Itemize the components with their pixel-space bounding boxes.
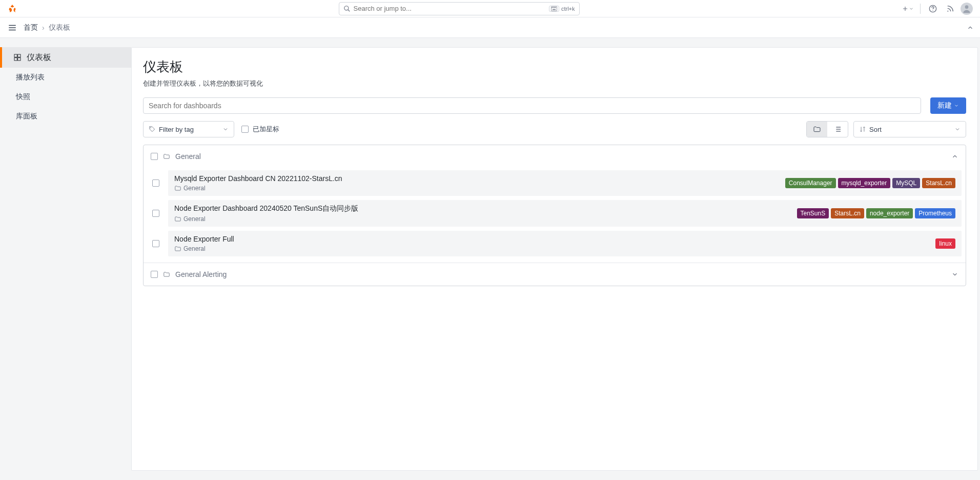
page-title: 仪表板 xyxy=(143,58,966,76)
view-folders-button[interactable] xyxy=(807,122,827,137)
tag[interactable]: mysqld_exporter xyxy=(838,178,891,188)
dashboard-icon xyxy=(13,53,22,62)
grafana-logo-icon[interactable] xyxy=(7,4,17,14)
sort-select[interactable]: Sort xyxy=(853,121,966,137)
dashboard-card[interactable]: Node Exporter Dashboard 20240520 TenSunS… xyxy=(168,200,962,227)
breadcrumb-bar: 首页 › 仪表板 xyxy=(0,17,980,38)
svg-point-11 xyxy=(965,5,969,9)
sidebar-item-snapshots[interactable]: 快照 xyxy=(0,87,131,107)
tag-list: linux xyxy=(935,238,955,249)
sort-icon xyxy=(859,126,866,133)
checkbox[interactable] xyxy=(152,240,159,247)
sidebar-item-playlists[interactable]: 播放列表 xyxy=(0,68,131,87)
global-search-input[interactable] xyxy=(354,5,546,12)
svg-rect-15 xyxy=(18,58,21,61)
tag[interactable]: ConsulManager xyxy=(785,178,836,188)
sidebar-item-label: 快照 xyxy=(16,92,30,102)
dashboard-row: Node Exporter Dashboard 20240520 TenSunS… xyxy=(148,198,962,229)
dashboard-folder: General xyxy=(174,245,931,252)
chevron-down-icon xyxy=(951,271,958,278)
chevron-down-icon xyxy=(909,6,914,11)
user-avatar[interactable] xyxy=(961,3,973,15)
dashboard-list: Mysqld Exporter Dashboard CN 20221102-St… xyxy=(144,168,966,263)
sidebar-item-dashboards[interactable]: 仪表板 xyxy=(0,47,131,68)
svg-point-0 xyxy=(344,6,348,10)
dashboard-search-input[interactable] xyxy=(143,97,921,114)
checkbox[interactable] xyxy=(151,153,158,160)
folder-header[interactable]: General Alerting xyxy=(144,263,966,286)
sidebar-item-label: 播放列表 xyxy=(16,73,45,82)
svg-rect-5 xyxy=(554,7,555,8)
chevron-down-icon xyxy=(222,126,229,132)
dashboard-row: Node Exporter FullGenerallinux xyxy=(148,229,962,258)
breadcrumb-home[interactable]: 首页 xyxy=(24,23,38,32)
tag[interactable]: MySQL xyxy=(892,178,920,188)
tag-filter-select[interactable]: Filter by tag xyxy=(143,121,234,137)
folder-icon xyxy=(163,271,170,278)
top-nav: ctrl+k xyxy=(0,0,980,17)
news-button[interactable] xyxy=(943,2,957,16)
sort-label: Sort xyxy=(869,126,882,133)
tag-list: ConsulManagermysqld_exporterMySQLStarsL.… xyxy=(785,178,955,188)
tag[interactable]: linux xyxy=(935,238,955,249)
tag[interactable]: StarsL.cn xyxy=(922,178,955,188)
breadcrumb-collapse[interactable] xyxy=(967,24,974,31)
chevron-down-icon xyxy=(954,126,961,132)
checkbox[interactable] xyxy=(152,179,159,187)
chevron-up-icon xyxy=(951,153,958,160)
dashboard-title: Node Exporter Full xyxy=(174,235,931,243)
shortcut-text: ctrl+k xyxy=(561,6,575,12)
dashboard-listing: GeneralMysqld Exporter Dashboard CN 2022… xyxy=(143,145,966,286)
tag[interactable]: TenSunS xyxy=(797,208,829,218)
folder-name: General Alerting xyxy=(175,270,227,278)
svg-point-16 xyxy=(150,127,151,128)
tag[interactable]: Prometheus xyxy=(915,208,955,218)
tag-filter-label: Filter by tag xyxy=(159,126,194,133)
search-row: 新建 xyxy=(143,97,966,114)
topbar-center: ctrl+k xyxy=(17,2,901,15)
svg-rect-4 xyxy=(553,7,554,8)
sidebar-item-label: 仪表板 xyxy=(27,52,51,63)
folder-header[interactable]: General xyxy=(144,145,966,168)
tag[interactable]: node_exporter xyxy=(866,208,913,218)
checkbox[interactable] xyxy=(152,210,159,217)
svg-rect-7 xyxy=(553,9,556,10)
svg-rect-6 xyxy=(555,7,556,8)
folder-icon xyxy=(163,153,170,160)
svg-line-1 xyxy=(348,9,350,11)
dashboard-title: Mysqld Exporter Dashboard CN 20221102-St… xyxy=(174,174,781,183)
menu-toggle-button[interactable] xyxy=(6,22,18,34)
page-subtitle: 创建并管理仪表板，以将您的数据可视化 xyxy=(143,79,966,88)
starred-filter[interactable]: 已加星标 xyxy=(241,125,279,134)
topbar-left xyxy=(4,4,17,14)
view-list-button[interactable] xyxy=(827,122,848,137)
folder-section: GeneralMysqld Exporter Dashboard CN 2022… xyxy=(144,145,966,263)
checkbox[interactable] xyxy=(241,126,249,133)
chevron-down-icon xyxy=(954,103,959,108)
dashboard-folder: General xyxy=(174,215,793,223)
folder-name: General xyxy=(175,152,201,161)
search-icon xyxy=(343,5,351,12)
breadcrumb-current: 仪表板 xyxy=(49,23,70,32)
list-icon xyxy=(833,125,842,133)
sidebar: 仪表板 播放列表 快照 库面板 xyxy=(0,38,131,480)
dashboard-card[interactable]: Node Exporter FullGenerallinux xyxy=(168,231,962,256)
main-layout: 仪表板 播放列表 快照 库面板 仪表板 创建并管理仪表板，以将您的数据可视化 新… xyxy=(0,38,980,480)
svg-point-10 xyxy=(947,10,948,11)
add-button[interactable] xyxy=(901,2,915,16)
dashboard-folder: General xyxy=(174,185,781,192)
dashboard-title: Node Exporter Dashboard 20240520 TenSunS… xyxy=(174,204,793,213)
new-button[interactable]: 新建 xyxy=(930,97,966,114)
filter-row-right: Sort xyxy=(806,121,966,137)
tag[interactable]: StarsL.cn xyxy=(831,208,864,218)
sidebar-item-library-panels[interactable]: 库面板 xyxy=(0,107,131,126)
help-button[interactable] xyxy=(926,2,940,16)
keyboard-icon xyxy=(549,6,559,12)
global-search[interactable]: ctrl+k xyxy=(339,2,580,15)
folder-section: General Alerting xyxy=(144,263,966,286)
sidebar-item-label: 库面板 xyxy=(16,112,37,121)
starred-label: 已加星标 xyxy=(253,125,279,134)
dashboard-card[interactable]: Mysqld Exporter Dashboard CN 20221102-St… xyxy=(168,170,962,196)
checkbox[interactable] xyxy=(151,271,158,278)
tag-list: TenSunSStarsL.cnnode_exporterPrometheus xyxy=(797,208,956,218)
